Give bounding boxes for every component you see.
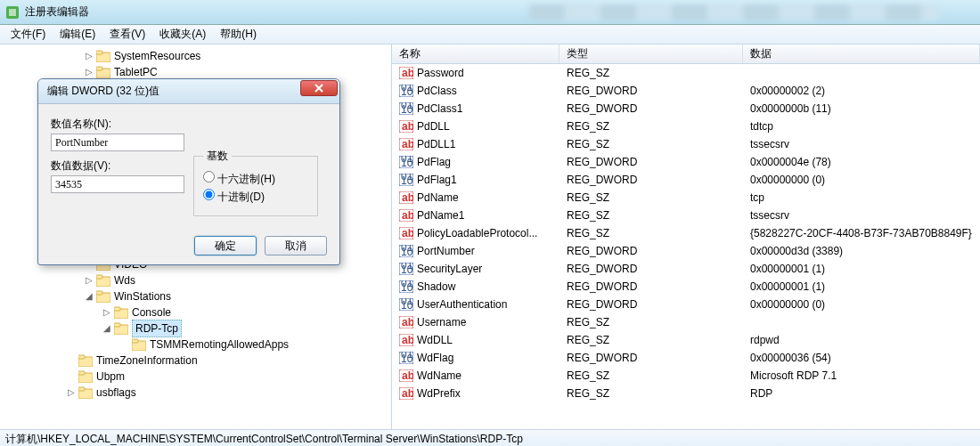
folder-icon <box>78 370 93 383</box>
value-type: REG_SZ <box>559 334 743 346</box>
dialog-close-button[interactable] <box>300 80 338 96</box>
value-type: REG_DWORD <box>559 156 743 168</box>
list-row[interactable]: ShadowREG_DWORD0x00000001 (1) <box>392 278 980 296</box>
reg-string-icon <box>399 227 413 239</box>
menu-help[interactable]: 帮助(H) <box>213 25 264 44</box>
list-row[interactable]: PolicyLoadableProtocol...REG_SZ{5828227C… <box>392 224 980 242</box>
value-type: REG_DWORD <box>559 174 743 186</box>
radix-hex-radio[interactable] <box>203 171 215 182</box>
tree-item[interactable]: ◢WinStations <box>4 288 391 304</box>
reg-string-icon <box>399 138 413 150</box>
value-type: REG_DWORD <box>559 298 743 311</box>
list-row[interactable]: SecurityLayerREG_DWORD0x00000001 (1) <box>392 260 980 278</box>
value-type: REG_DWORD <box>559 245 743 257</box>
col-data[interactable]: 数据 <box>743 45 980 63</box>
window-titlebar: 注册表编辑器 <box>0 0 980 25</box>
list-row[interactable]: PasswordREG_SZ <box>392 64 980 82</box>
value-data: 0x00000d3d (3389) <box>743 245 980 257</box>
value-data: 0x0000004e (78) <box>743 156 980 168</box>
reg-string-icon <box>399 120 413 133</box>
tree-item[interactable]: TSMMRemotingAllowedApps <box>4 337 391 353</box>
folder-icon <box>96 290 110 303</box>
reg-string-icon <box>399 334 413 346</box>
list-row[interactable]: UserAuthenticationREG_DWORD0x00000000 (0… <box>392 296 980 313</box>
expand-icon[interactable]: ▷ <box>84 48 94 64</box>
status-bar: 计算机\HKEY_LOCAL_MACHINE\SYSTEM\CurrentCon… <box>0 429 980 446</box>
window-title: 注册表编辑器 <box>25 4 529 20</box>
collapse-icon[interactable]: ◢ <box>102 320 112 337</box>
value-data: 0x00000001 (1) <box>743 280 980 293</box>
list-row[interactable]: WdFlagREG_DWORD0x00000036 (54) <box>392 349 980 367</box>
value-type: REG_SZ <box>559 67 743 79</box>
tree-item[interactable]: Ubpm <box>4 369 391 385</box>
value-type: REG_SZ <box>559 209 743 222</box>
dialog-titlebar[interactable]: 编辑 DWORD (32 位)值 <box>38 79 339 104</box>
list-row[interactable]: UsernameREG_SZ <box>392 313 980 331</box>
value-name: Shadow <box>417 280 455 293</box>
radix-dec-radio[interactable] <box>203 189 215 200</box>
tree-item[interactable]: ▷SystemResources <box>4 48 391 64</box>
menu-edit[interactable]: 编辑(E) <box>53 25 102 44</box>
menu-file[interactable]: 文件(F) <box>4 25 53 44</box>
list-row[interactable]: WdDLLREG_SZrdpwd <box>392 331 980 349</box>
list-row[interactable]: PortNumberREG_DWORD0x00000d3d (3389) <box>392 242 980 260</box>
ok-button[interactable]: 确定 <box>194 236 257 255</box>
list-row[interactable]: PdClass1REG_DWORD0x0000000b (11) <box>392 100 980 118</box>
value-data: 0x00000002 (2) <box>743 85 980 97</box>
value-name: SecurityLayer <box>417 263 482 275</box>
expand-icon[interactable]: ▷ <box>102 304 112 320</box>
value-type: REG_DWORD <box>559 85 743 97</box>
value-name-field[interactable] <box>51 134 184 151</box>
tree-item[interactable]: ▷Wds <box>4 272 391 288</box>
list-row[interactable]: PdClassREG_DWORD0x00000002 (2) <box>392 82 980 100</box>
tree-item-label: WinStations <box>114 288 171 304</box>
value-name: WdDLL <box>417 334 453 346</box>
folder-icon <box>96 50 110 62</box>
tree-item[interactable]: TimeZoneInformation <box>4 353 391 369</box>
tree-item[interactable]: ▷Console <box>4 304 391 320</box>
radix-legend: 基数 <box>203 149 232 164</box>
tree-item-label: Ubpm <box>96 369 125 385</box>
reg-binary-icon <box>399 85 413 97</box>
expand-icon[interactable]: ▷ <box>84 272 94 288</box>
menu-bar: 文件(F) 编辑(E) 查看(V) 收藏夹(A) 帮助(H) <box>0 25 980 45</box>
tree-item-label: usbflags <box>96 385 136 401</box>
menu-favorites[interactable]: 收藏夹(A) <box>152 25 213 44</box>
list-row[interactable]: PdFlagREG_DWORD0x0000004e (78) <box>392 153 980 171</box>
list-row[interactable]: PdFlag1REG_DWORD0x00000000 (0) <box>392 171 980 189</box>
close-icon <box>314 84 323 93</box>
expand-icon[interactable]: ▷ <box>66 385 77 401</box>
tree-item[interactable]: ▷usbflags <box>4 385 391 401</box>
col-type[interactable]: 类型 <box>559 45 743 63</box>
value-type: REG_SZ <box>559 227 743 239</box>
col-name[interactable]: 名称 <box>392 45 559 63</box>
cancel-button[interactable]: 取消 <box>265 236 327 255</box>
radix-hex-option[interactable]: 十六进制(H) <box>203 171 308 187</box>
value-data: tssecsrv <box>743 209 980 222</box>
reg-string-icon <box>399 369 413 382</box>
reg-binary-icon <box>399 174 413 186</box>
list-pane[interactable]: 名称 类型 数据 PasswordREG_SZPdClassREG_DWORD0… <box>392 45 980 429</box>
app-icon <box>5 5 20 20</box>
value-data: 0x00000000 (0) <box>743 174 980 186</box>
radix-dec-option[interactable]: 十进制(D) <box>203 189 308 205</box>
list-row[interactable]: PdName1REG_SZtssecsrv <box>392 207 980 224</box>
list-row[interactable]: WdNameREG_SZMicrosoft RDP 7.1 <box>392 367 980 385</box>
value-name: WdFlag <box>417 352 453 364</box>
value-data-field[interactable] <box>51 175 184 193</box>
folder-icon <box>114 306 128 319</box>
list-row[interactable]: PdDLL1REG_SZtssecsrv <box>392 135 980 153</box>
value-name: PolicyLoadableProtocol... <box>417 227 537 239</box>
folder-icon <box>132 338 146 351</box>
value-type: REG_SZ <box>559 191 743 204</box>
menu-view[interactable]: 查看(V) <box>102 25 152 44</box>
list-row[interactable]: PdDLLREG_SZtdtcp <box>392 118 980 135</box>
collapse-icon[interactable]: ◢ <box>84 288 94 304</box>
list-row[interactable]: PdNameREG_SZtcp <box>392 189 980 207</box>
tree-item-label: Console <box>132 304 171 320</box>
list-row[interactable]: WdPrefixREG_SZRDP <box>392 385 980 402</box>
reg-binary-icon <box>399 156 413 168</box>
value-data: 0x00000000 (0) <box>743 298 980 311</box>
value-name: PdName1 <box>417 209 464 222</box>
tree-item[interactable]: ◢RDP-Tcp <box>4 320 391 337</box>
